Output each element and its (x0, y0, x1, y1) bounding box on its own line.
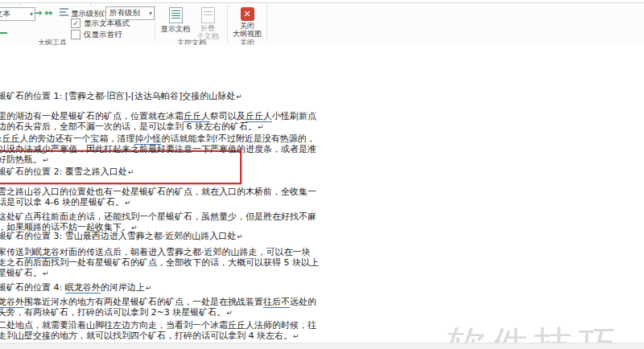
paragraph[interactable]: 从这处矿点再往前面走的话，还能找到一个星银矿石，虽然量少，但是胜在好找不麻烦，如… (0, 211, 407, 232)
close-icon: ✕ (241, 7, 254, 21)
close-label-line1: 关闭 (231, 22, 263, 30)
show-document-label: 显示文档 (159, 24, 192, 35)
text-segment: 上走到山壁交接的地方，就可以找到四个矿石，打碎的话可以拿到 4 块左右。 (0, 331, 292, 341)
text-segment: 祭司以及 (210, 111, 246, 121)
text-segment: 所以没办法减少严寒值，因此打起来之前最好要注意一下严寒值的进度条，或者是准 (0, 144, 316, 154)
chevron-down-icon: ▾ (30, 10, 33, 18)
paragraph[interactable]: 眠龙谷外围靠近河水的地方有两处星银矿石的矿点，一处是在挑战装置往后不远处的石头旁… (0, 297, 407, 318)
collapse-subdocuments-icon (201, 7, 215, 23)
paragraph-mark-icon: ↵ (293, 332, 299, 340)
paragraph[interactable]: 第二处地点，就需要沿着山脚往左边方向走，当看到一个冰霜丘丘人法师的时候，往上走到… (0, 320, 407, 341)
paragraph-mark-icon: ↵ (128, 168, 134, 176)
paragraph[interactable]: 星银矿石的位置 1: [雪葬之都·旧宫]-[达达乌帕谷]交接的山脉处↵ (0, 91, 407, 101)
paragraph-mark-icon: ↵ (43, 156, 49, 164)
close-label-line2: 大纲视图 (231, 30, 263, 38)
text-line: 星银矿石的位置 4: 眠龙谷外的河岸边上↵ (0, 282, 151, 293)
checkbox-label: 仅显示首行 (84, 30, 122, 40)
text-segment: 石头旁，有两块矿石，打碎的话可以拿到 2~3 块星银矿石。 (0, 307, 225, 318)
text-segment: 的星银矿石。 (0, 268, 42, 278)
text-segment: 大家传送 (0, 247, 24, 257)
text-segment: 远处的 (290, 297, 316, 307)
text-segment: 小怪刷新点 (272, 111, 316, 121)
text-segment: 星银矿石的位置 2: 覆雪之路入口处 (0, 166, 127, 177)
text-line: 这里的湖边有一处星银矿石的矿点，位置就在冰霜丘丘人祭司以及丘丘人小怪刷新点 (0, 111, 316, 121)
text-segment: 覆雪之路山谷入口的位置处也有一处星银矿石的矿点，就在入口的木桥前，全收集一 (0, 187, 316, 197)
text-line: 备好防热瓶。↵ (0, 154, 49, 165)
show-document-icon (169, 7, 183, 23)
text-line: 旁边的石头背后，全部不漏一次的话，是可以拿到 6 块左右的矿石。↵ (0, 121, 264, 132)
text-segment: 旁边的石头背后，全部不漏一次的话，是可以拿到 6 块左右的矿石。 (0, 121, 257, 132)
paragraph-mark-icon: ↵ (236, 92, 242, 101)
show-level-icon (60, 8, 68, 17)
document-body[interactable]: 软件技巧 星银矿石的位置 1: [雪葬之都·旧宫]-[达达乌帕谷]交接的山脉处↵… (0, 45, 644, 343)
text-segment: 飞走之石的后面找到一处有星银矿石的矿点，全部收下的话，大概可以获得 5 块以上 (0, 257, 319, 268)
demote-to-bodytext-icon[interactable]: ↔ (44, 7, 52, 18)
paragraph[interactable]: 这里的湖边有一处星银矿石的矿点，位置就在冰霜丘丘人祭司以及丘丘人小怪刷新点旁边的… (0, 111, 407, 132)
watermark: 软件技巧 (448, 320, 621, 343)
text-line: 石头旁，有两块矿石，打碎的话可以拿到 2~3 块星银矿石。↵ (0, 307, 233, 318)
text-line: 飞走之石的后面找到一处有星银矿石的矿点，全部收下的话，大概可以获得 5 块以上 (0, 257, 319, 268)
text-line: 覆雪之路山谷入口的位置处也有一处星银矿石的矿点，就在入口的木桥前，全收集一 (0, 187, 316, 197)
active-tab-bottom (20, 3, 91, 6)
checkbox-icon[interactable]: ✓ (71, 18, 80, 28)
text-line: 的星银矿石。↵ (0, 268, 49, 278)
proofing-marked-text: 龙谷外 (0, 297, 24, 308)
text-line: 第二处地点，就需要沿着山脚往左边方向走，当看到一个冰霜丘丘人法师的时候，往 (0, 320, 316, 331)
paragraph-mark-icon: ↵ (258, 123, 264, 131)
proofing-marked-text: 丘丘人 (246, 111, 272, 122)
chevron-down-icon: ▾ (149, 10, 152, 17)
paragraph-mark-icon: ↵ (146, 284, 152, 292)
ribbon-outlining: 正文文本 ▾ → ↔ 显示级别(S): 所有级别 ▾ ✓ 显示文本格式 仅显示首… (0, 2, 644, 47)
text-line: 从这处矿点再往前面走的话，还能找到一个星银矿石，虽然量少，但是胜在好找不麻 (0, 211, 316, 222)
paragraph[interactable]: 覆雪之路山谷入口的位置处也有一处星银矿石的矿点，就在入口的木桥前，全收集一的话是… (0, 187, 407, 207)
paragraph-mark-icon: ↵ (43, 269, 49, 277)
paragraph[interactable]: ps:丘丘人的旁边还有一个宝箱，清理掉小怪的话就能拿到!不过附近是没有热源的，所… (0, 133, 407, 165)
group-divider (155, 5, 155, 42)
outline-level-value: 正文文本 (0, 9, 10, 19)
text-line: 星银矿石的位置 3: 雪山最西边进入雪葬之都·近郊的山路入口处↵ (0, 231, 243, 241)
outline-level-dropdown[interactable]: 正文文本 ▾ (0, 7, 35, 21)
proofing-marked-text: 丘丘人 (184, 111, 210, 122)
checkbox-label: 显示文本格式 (84, 18, 130, 29)
text-segment: ps:丘丘人的旁边还有一个宝箱，清理 (0, 133, 134, 144)
text-segment: 备好防热瓶。 (0, 154, 42, 165)
text-segment: 的河岸边上 (101, 282, 145, 293)
group-divider (266, 5, 267, 42)
paragraph[interactable]: 星银矿石的位置 3: 雪山最西边进入雪葬之都·近郊的山路入口处↵ (0, 231, 407, 241)
text-segment: 星银矿石的位置 4: (0, 282, 65, 293)
text-line: 星银矿石的位置 2: 覆雪之路入口处↵ (0, 166, 134, 177)
demote-arrow-icon[interactable]: → (34, 7, 42, 18)
proofing-marked-text: 往后不 (263, 297, 290, 308)
text-segment: 的话是可以拿 4-6 块的星银矿石。 (0, 197, 124, 207)
text-line: 眠龙谷外围靠近河水的地方有两处星银矿石的矿点，一处是在挑战装置往后不远处的 (0, 297, 316, 307)
paragraph-mark-icon: ↵ (237, 232, 243, 240)
status-bar (0, 343, 644, 349)
proofing-marked-text: 眠龙谷外 (65, 282, 101, 294)
checkbox-show-text-formatting[interactable]: ✓ 显示文本格式 (71, 18, 130, 28)
paragraph[interactable]: 星银矿石的位置 4: 眠龙谷外的河岸边上↵ (0, 282, 407, 293)
collapse-label-line1: 折叠 (192, 24, 224, 32)
text-segment: 围靠近河水的地方有两处星银矿石的矿点，一处是在挑战装置 (24, 297, 263, 307)
text-segment: 星银矿石的位置 3: 雪山最西边进入雪葬之都·近郊的山路入口处 (0, 231, 236, 241)
text-segment: 这里的湖边有一处星银矿石的矿点，位置就在冰霜 (0, 111, 184, 121)
collapse-outline-icon[interactable] (0, 32, 7, 34)
show-level-value: 所有级别 (109, 8, 140, 18)
text-segment: 对面的传送点后，朝着进入雪葬之都·近郊的山路走，可以在一块 (60, 247, 311, 257)
text-line: 大家传送到眠龙谷对面的传送点后，朝着进入雪葬之都·近郊的山路走，可以在一块 (0, 247, 311, 257)
text-line: 的话是可以拿 4-6 块的星银矿石。↵ (0, 197, 131, 207)
paragraph-mark-icon: ↵ (226, 309, 233, 317)
group-divider (227, 5, 228, 42)
proofing-marked-text: 掉小怪 (134, 133, 161, 145)
text-line: 所以没办法减少严寒值，因此打起来之前最好要注意一下严寒值的进度条，或者是准 (0, 144, 316, 154)
text-segment: 第二处地点，就需要沿着山脚往左边方向走，当看到一个冰霜丘丘人法师的时候，往 (0, 320, 316, 331)
paragraph-mark-icon: ↵ (125, 199, 131, 207)
text-segment: 从这处矿点再往前面走的话，还能找到一个星银矿石，虽然量少，但是胜在好找不麻 (0, 211, 316, 222)
text-segment: 的话就能拿到!不过附近是没有热源的， (161, 133, 315, 144)
text-line: ps:丘丘人的旁边还有一个宝箱，清理掉小怪的话就能拿到!不过附近是没有热源的， (0, 133, 316, 144)
text-segment: 星银矿石的位置 1: [雪葬之都·旧宫]-[达达乌帕谷]交接的山脉处 (0, 91, 235, 101)
text-line: 上走到山壁交接的地方，就可以找到四个矿石，打碎的话可以拿到 4 块左右。↵ (0, 331, 299, 341)
text-line: 星银矿石的位置 1: [雪葬之都·旧宫]-[达达乌帕谷]交接的山脉处↵ (0, 91, 242, 101)
paragraph[interactable]: 大家传送到眠龙谷对面的传送点后，朝着进入雪葬之都·近郊的山路走，可以在一块飞走之… (0, 247, 407, 278)
paragraph[interactable]: 星银矿石的位置 2: 覆雪之路入口处↵ (0, 166, 407, 177)
proofing-marked-text: 到眠龙谷 (24, 247, 60, 258)
